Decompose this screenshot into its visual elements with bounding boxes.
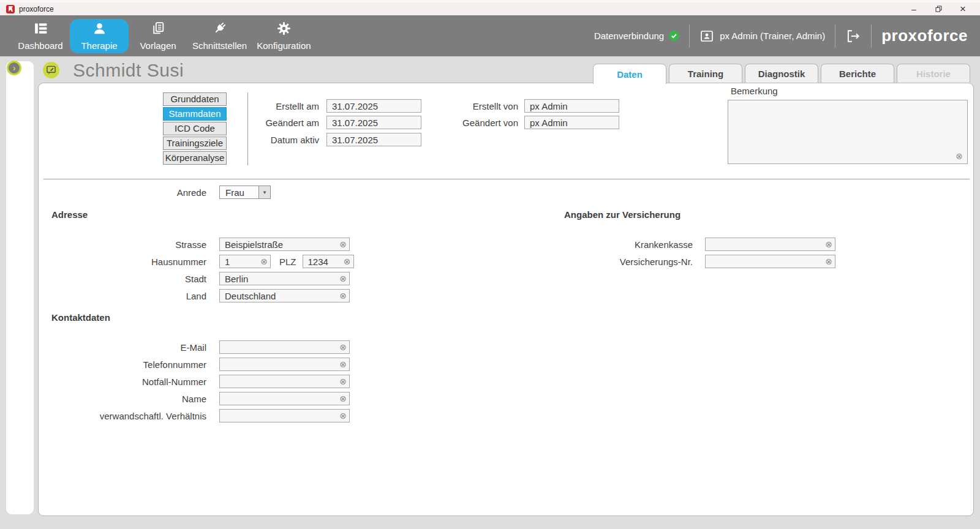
address-row: Stadt ⊗ <box>51 272 350 285</box>
clear-icon[interactable]: ⊗ <box>260 257 268 266</box>
clear-icon[interactable]: ⊗ <box>956 152 963 160</box>
clear-icon[interactable]: ⊗ <box>339 377 347 386</box>
land-input[interactable] <box>220 290 349 302</box>
field-label: Name <box>51 394 206 404</box>
geaendert-am-field[interactable] <box>326 116 421 129</box>
clear-icon[interactable]: ⊗ <box>339 394 347 403</box>
erstellt-am-field[interactable] <box>326 99 421 113</box>
telefonnummer-field[interactable]: ⊗ <box>219 358 350 371</box>
email-input[interactable] <box>220 341 349 353</box>
nav-item-vorlagen[interactable]: Vorlagen <box>129 19 187 53</box>
nav-item-label: Konfiguration <box>257 40 311 51</box>
user-menu[interactable]: px Admin (Trainer, Admin) <box>699 29 825 43</box>
meta-row: Erstellt von <box>437 99 619 113</box>
erstellt-von-input[interactable] <box>525 100 619 112</box>
patient-note-button[interactable] <box>43 62 59 78</box>
subnav-koerperanalyse[interactable]: Körperanalyse <box>163 151 227 165</box>
window-title: proxoforce <box>19 5 54 13</box>
notfall-nummer-input[interactable] <box>220 375 349 388</box>
geaendert-von-field[interactable] <box>524 116 619 129</box>
gear-icon <box>276 21 292 39</box>
clear-icon[interactable]: ⊗ <box>825 240 832 249</box>
clear-icon[interactable]: ⊗ <box>825 257 832 266</box>
clear-icon[interactable]: ⊗ <box>339 274 347 283</box>
meta-row: Geändert am <box>235 116 421 129</box>
subnav-stammdaten[interactable]: Stammdaten <box>163 107 227 121</box>
app-icon <box>6 5 15 13</box>
stadt-field[interactable]: ⊗ <box>219 272 350 285</box>
anrede-value: Frau <box>220 186 258 198</box>
subnav-icd-code[interactable]: ICD Code <box>163 122 227 135</box>
field-label: E-Mail <box>51 342 206 353</box>
clear-icon[interactable]: ⊗ <box>339 343 347 351</box>
tab-daten[interactable]: Daten <box>593 64 666 84</box>
restore-button[interactable] <box>926 2 951 15</box>
clear-icon[interactable]: ⊗ <box>339 291 347 300</box>
field-label: Geändert am <box>235 118 319 128</box>
plz-field[interactable]: ⊗ <box>303 255 354 268</box>
name-input[interactable] <box>220 392 349 405</box>
email-field[interactable]: ⊗ <box>219 340 350 354</box>
verhaeltnis-input[interactable] <box>220 410 349 422</box>
clear-icon[interactable]: ⊗ <box>339 240 347 249</box>
tab-berichte[interactable]: Berichte <box>821 64 894 83</box>
erstellt-von-field[interactable] <box>524 99 619 113</box>
telefonnummer-input[interactable] <box>220 358 349 370</box>
tab-training[interactable]: Training <box>669 64 742 83</box>
horizontal-divider <box>43 179 970 179</box>
proxoforce-logo: proxoforce <box>881 26 968 45</box>
address-heading: Adresse <box>51 209 88 220</box>
dashboard-icon <box>33 21 48 39</box>
logout-icon <box>845 28 861 44</box>
anrede-select[interactable]: Frau ▾ <box>219 186 271 199</box>
remark-textarea[interactable]: ⊗ <box>728 100 968 164</box>
versicherungsnr-field[interactable]: ⊗ <box>705 255 835 268</box>
insurance-heading: Angaben zur Versicherung <box>564 209 680 220</box>
geaendert-am-input[interactable] <box>327 116 421 129</box>
datum-aktiv-field[interactable] <box>326 133 421 146</box>
logout-button[interactable] <box>845 28 861 44</box>
minimize-button[interactable]: – <box>902 2 926 15</box>
nav-item-konfiguration[interactable]: Konfiguration <box>252 19 315 53</box>
krankenkasse-field[interactable]: ⊗ <box>705 238 835 251</box>
field-label: Strasse <box>51 239 206 250</box>
stadt-input[interactable] <box>220 272 349 285</box>
notfall-nummer-field[interactable]: ⊗ <box>219 375 350 388</box>
divider <box>835 24 835 48</box>
nav-item-therapie[interactable]: Therapie <box>70 19 129 53</box>
hausnummer-field[interactable]: ⊗ <box>219 255 271 268</box>
clear-icon[interactable]: ⊗ <box>344 257 351 266</box>
tab-diagnostik[interactable]: Diagnostik <box>745 64 818 83</box>
chevron-right-icon: › <box>13 64 16 72</box>
main-navbar: Dashboard Therapie Vorlagen <box>0 15 980 56</box>
erstellt-am-input[interactable] <box>327 100 421 112</box>
clear-icon[interactable]: ⊗ <box>339 411 347 420</box>
patient-tabs: Daten Training Diagnostik Berichte Histo… <box>593 64 970 84</box>
nav-item-schnittstellen[interactable]: Schnittstellen <box>187 19 252 53</box>
datum-aktiv-input[interactable] <box>327 133 421 146</box>
plz-label: PLZ <box>279 257 296 267</box>
subnav-grunddaten[interactable]: Grunddaten <box>163 92 227 106</box>
address-row: Strasse ⊗ <box>51 238 350 251</box>
contact-heading: Kontaktdaten <box>51 312 110 323</box>
verhaeltnis-field[interactable]: ⊗ <box>219 409 350 422</box>
field-label: Stadt <box>51 274 206 284</box>
land-field[interactable]: ⊗ <box>219 289 350 302</box>
nav-item-label: Therapie <box>81 40 117 51</box>
nav-item-dashboard[interactable]: Dashboard <box>11 19 70 53</box>
divider <box>689 24 690 48</box>
strasse-input[interactable] <box>220 238 349 250</box>
versicherungsnr-input[interactable] <box>706 255 835 268</box>
geaendert-von-input[interactable] <box>525 116 619 129</box>
close-button[interactable]: × <box>951 2 975 15</box>
clear-icon[interactable]: ⊗ <box>339 360 347 369</box>
subnav-trainingsziele[interactable]: Trainingsziele <box>163 137 227 150</box>
field-label: Erstellt von <box>437 101 518 111</box>
field-label: Geändert von <box>437 118 518 128</box>
name-field[interactable]: ⊗ <box>219 392 350 405</box>
strasse-field[interactable]: ⊗ <box>219 238 350 251</box>
krankenkasse-input[interactable] <box>706 238 835 250</box>
contact-row: Notfall-Nummer ⊗ <box>51 375 350 388</box>
chevron-down-icon[interactable]: ▾ <box>258 186 270 198</box>
sidebar-expand-button[interactable]: › <box>7 61 21 75</box>
